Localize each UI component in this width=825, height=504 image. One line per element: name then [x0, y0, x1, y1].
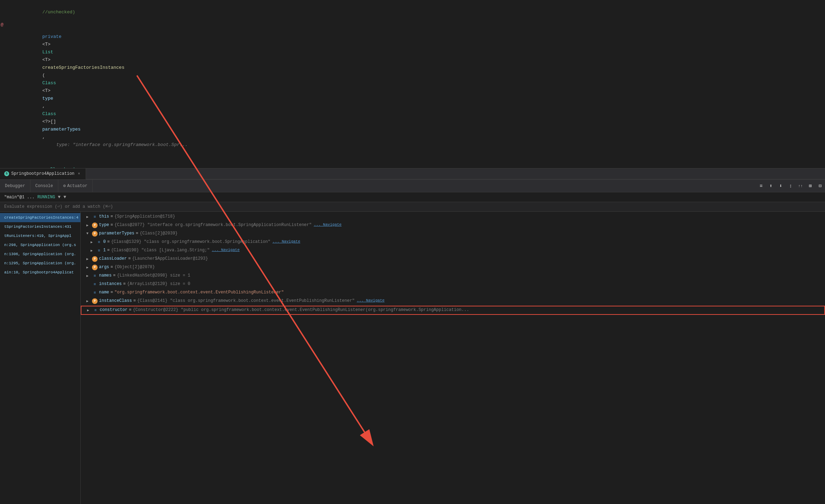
var-name: this	[99, 214, 109, 219]
stack-frame-item[interactable]: n:1306, SpringApplication (org.	[0, 250, 80, 259]
navigate-link[interactable]: ... Navigate	[357, 298, 384, 303]
var-value: {Object[2]@2078}	[114, 265, 155, 270]
stack-frame-item[interactable]: n:1295, SpringApplication (org.	[0, 259, 80, 268]
code-text: ,	[42, 104, 48, 109]
comment-text: //unchecked)	[42, 9, 75, 15]
var-name: names	[99, 273, 112, 278]
toolbar-btn-list[interactable]: ≡	[756, 181, 766, 191]
var-icon-eq: ≡	[96, 239, 102, 245]
variable-instanceclass[interactable]: ▶ P instanceClass = {Class@2141} "class …	[81, 297, 825, 306]
stack-frame-item[interactable]: tSpringFactoriesInstances:431	[0, 222, 80, 231]
var-value: {LinkedHashSet@2098} size = 1	[117, 273, 190, 278]
variable-classloader[interactable]: ▶ P classLoader = {Launcher$AppClassLoad…	[81, 255, 825, 264]
expand-arrow[interactable]: ▶	[86, 214, 92, 219]
frame-name: n:1306, SpringApplication (org.	[4, 252, 76, 256]
thread-status: RUNNING	[37, 195, 55, 200]
param-text: parameterTypes	[42, 127, 80, 132]
debug-panel: S Springbootpro4Application × Debugger C…	[0, 168, 825, 504]
variable-parameter-types[interactable]: ▼ P parameterTypes = {Class[2]@2039}	[81, 230, 825, 238]
debug-value: type: "interface org.springframework.boo…	[56, 142, 187, 147]
variable-constructor[interactable]: ▶ ≡ constructor = {Constructor@2222} "pu…	[81, 306, 825, 315]
var-eq: =	[111, 214, 113, 219]
var-icon-p: P	[92, 298, 98, 304]
variable-this[interactable]: ▶ ≡ this = {SpringApplication@1718}	[81, 213, 825, 221]
type-text: List	[42, 49, 53, 55]
app-tab[interactable]: S Springbootpro4Application ×	[0, 168, 86, 179]
var-value: {Class[2]@2039}	[140, 231, 178, 236]
variables-panel: ▶ ≡ this = {SpringApplication@1718} ▶ P …	[81, 212, 825, 504]
var-eq: =	[123, 281, 126, 286]
expand-arrow[interactable]: ▶	[86, 265, 92, 270]
var-name: parameterTypes	[99, 231, 134, 236]
variable-names[interactable]: ▶ ≡ names = {LinkedHashSet@2098} size = …	[81, 272, 825, 280]
expand-arrow[interactable]: ▶	[86, 298, 92, 303]
code-text: <T>	[42, 88, 53, 93]
variable-param-0[interactable]: ▶ ≡ 0 = {Class@1329} "class org.springfr…	[81, 238, 825, 247]
param-text: type	[42, 96, 53, 101]
code-content: ClassLoader classLoader , Object [] args…	[18, 157, 825, 168]
variable-param-1[interactable]: ▶ ≡ 1 = {Class@190} "class [Ljava.lang.S…	[81, 247, 825, 255]
var-value: "org.springframework.boot.context.event.…	[114, 290, 284, 295]
var-icon-eq: ≡	[92, 281, 98, 287]
code-content: //unchecked)	[18, 0, 825, 25]
var-icon-p: P	[92, 223, 98, 228]
stack-frame-item[interactable]: createSpringFactoriesInstances:4	[0, 213, 80, 222]
filter-icon[interactable]: ▼	[58, 194, 61, 200]
expand-arrow[interactable]: ▶	[86, 273, 92, 278]
variable-name[interactable]: ▶ ≡ name = "org.springframework.boot.con…	[81, 289, 825, 297]
frame-name: ain:10, Springbootpro4Applicat	[4, 270, 74, 274]
var-value: {Class@190} "class [Ljava.lang.String;"	[111, 248, 210, 253]
type-text: ClassLoader	[50, 167, 83, 168]
tab-console[interactable]: Console	[31, 180, 58, 192]
frame-name: createSpringFactoriesInstances:4	[4, 215, 78, 220]
toolbar-btn-up[interactable]: ⬆	[766, 181, 776, 191]
navigate-link[interactable]: ... Navigate	[314, 223, 342, 227]
stack-frame-item[interactable]: n:298, SpringApplication (org.s	[0, 240, 80, 250]
at-marker: @	[1, 22, 4, 27]
expand-arrow[interactable]: ▼	[86, 231, 92, 236]
tab-debugger[interactable]: Debugger	[0, 180, 31, 192]
var-eq: =	[107, 248, 110, 253]
variable-args[interactable]: ▶ P args = {Object[2]@2078}	[81, 264, 825, 272]
stack-frame-item[interactable]: tRunListeners:419, SpringAppl	[0, 231, 80, 240]
code-text: (	[42, 73, 45, 78]
debug-body: createSpringFactoriesInstances:4 tSpring…	[0, 212, 825, 504]
frame-name: n:298, SpringApplication (org.s	[4, 243, 76, 247]
app-tab-close[interactable]: ×	[77, 171, 81, 176]
var-value: {Class@2141} "class org.springframework.…	[137, 298, 355, 303]
code-text: ,	[42, 134, 45, 140]
tab-actuator[interactable]: ⚙ Actuator	[58, 180, 93, 192]
code-line: @ private <T> List <T> createSpringFacto…	[0, 25, 825, 157]
code-line: //unchecked)	[0, 0, 825, 25]
expand-arrow[interactable]: ▶	[91, 248, 96, 253]
var-eq: =	[136, 231, 138, 236]
stack-frame-item[interactable]: ain:10, Springbootpro4Applicat	[0, 268, 80, 277]
toolbar-btn-filter[interactable]: ↑↑	[796, 181, 805, 191]
toolbar-btn-updown[interactable]: ↕	[786, 181, 796, 191]
expand-arrow[interactable]: ▶	[86, 256, 92, 261]
var-value: {Class@1329} "class org.springframework.…	[111, 239, 270, 244]
code-line: ClassLoader classLoader , Object [] args…	[0, 157, 825, 168]
var-value: {Class@2077} "interface org.springframew…	[114, 223, 312, 227]
filter-dropdown[interactable]: ▼	[64, 194, 66, 200]
expand-arrow[interactable]: ▶	[86, 223, 92, 227]
var-icon-p: P	[92, 256, 98, 262]
var-name: instanceClass	[99, 298, 132, 303]
variable-instances[interactable]: ▶ ≡ instances = {ArrayList@2120} size = …	[81, 280, 825, 289]
var-eq: =	[129, 307, 131, 312]
thread-selector: "main"@1 ... RUNNING ▼ ▼	[0, 192, 825, 202]
frame-name: tSpringFactoriesInstances:431	[4, 225, 71, 229]
navigate-link[interactable]: ... Navigate	[272, 239, 300, 244]
expand-arrow[interactable]: ▶	[91, 239, 96, 244]
var-icon-eq: ≡	[92, 290, 98, 296]
evaluate-input[interactable]	[4, 204, 821, 209]
var-name: instances	[99, 281, 122, 286]
variable-type[interactable]: ▶ P type = {Class@2077} "interface org.s…	[81, 221, 825, 230]
expand-arrow[interactable]: ▶	[87, 307, 93, 312]
toolbar-btn-down[interactable]: ⬇	[776, 181, 786, 191]
evaluate-bar	[0, 202, 825, 212]
navigate-link[interactable]: ... Navigate	[212, 248, 239, 252]
toolbar-btn-grid[interactable]: ⊞	[805, 181, 815, 191]
var-icon-eq: ≡	[96, 248, 102, 253]
toolbar-btn-collapse[interactable]: ⊟	[815, 181, 825, 191]
